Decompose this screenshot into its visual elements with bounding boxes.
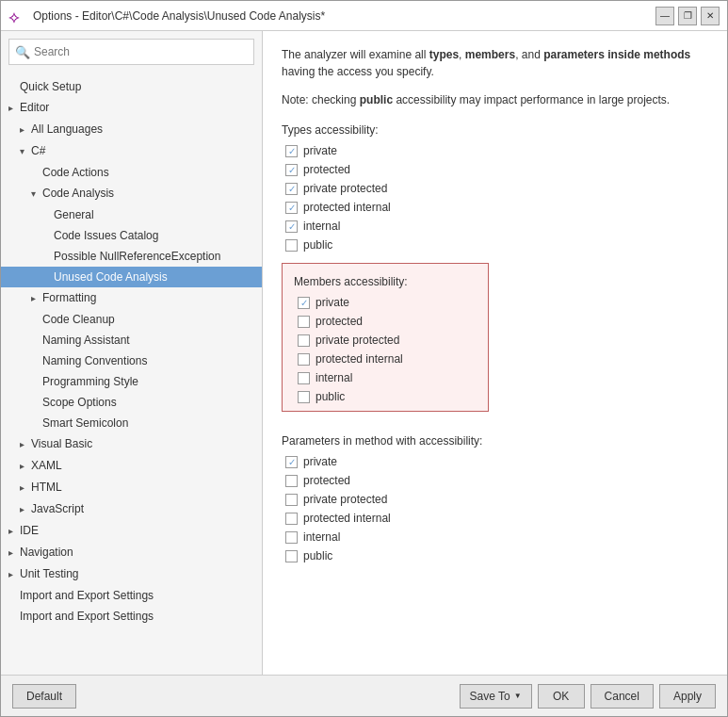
expand-arrow-icon: ▸: [8, 545, 18, 562]
expand-arrow-icon: ▸: [20, 501, 29, 518]
tree-item-html[interactable]: ▸HTML: [1, 477, 262, 498]
tree-item-editor[interactable]: ▸Editor: [1, 97, 262, 119]
checkbox-p-private[interactable]: [285, 456, 298, 468]
checkbox-row: internal: [282, 530, 708, 544]
tree-item-label: XAML: [31, 459, 62, 472]
expand-arrow-icon: ▸: [20, 436, 29, 453]
tree-item-smart-semicolon[interactable]: Smart Semicolon: [1, 413, 262, 433]
checkbox-m-public[interactable]: [298, 391, 310, 403]
checkbox-t-private-protected[interactable]: [285, 183, 298, 195]
tree-item-label: HTML: [31, 481, 62, 494]
tree-item-navigation[interactable]: ▸Navigation: [1, 542, 262, 563]
minimize-button[interactable]: —: [655, 7, 674, 25]
checkbox-p-public[interactable]: [285, 550, 298, 562]
description-text: The analyzer will examine all types, mem…: [282, 46, 708, 80]
checkbox-label: private: [303, 455, 337, 468]
default-button[interactable]: Default: [12, 684, 76, 709]
checkbox-m-internal[interactable]: [298, 372, 310, 384]
tree-item-unused-code-analysis[interactable]: Unused Code Analysis: [1, 267, 262, 287]
tree-item-label: Editor: [20, 101, 49, 114]
tree-item-label: Naming Conventions: [42, 354, 147, 367]
parameters-section: Parameters in method with accessibility:…: [282, 434, 708, 562]
checkbox-m-private-protected[interactable]: [298, 334, 310, 347]
tree-item-possible-null[interactable]: Possible NullReferenceException: [1, 246, 262, 267]
tree-item-code-analysis[interactable]: ▾Code Analysis: [1, 183, 262, 204]
checkbox-label: public: [303, 238, 332, 252]
tree: Quick Setup▸Editor▸All Languages▾C#Code …: [1, 73, 262, 675]
types-section: Types accessibility: privateprotectedpri…: [282, 123, 708, 252]
cancel-button[interactable]: Cancel: [590, 684, 654, 709]
members-checkboxes: privateprotectedprivate protectedprotect…: [294, 296, 477, 403]
search-box[interactable]: 🔍: [8, 39, 254, 65]
tree-item-import-export-1[interactable]: Import and Export Settings: [1, 585, 262, 606]
checkbox-row: protected: [282, 474, 708, 487]
checkbox-row: private protected: [282, 182, 708, 195]
tree-item-import-export-2[interactable]: Import and Export Settings: [1, 606, 262, 627]
expand-arrow-icon: ▾: [31, 186, 40, 203]
expand-arrow-icon: ▸: [20, 458, 29, 475]
close-button[interactable]: ✕: [701, 7, 720, 25]
checkbox-row: private protected: [294, 334, 477, 347]
checkbox-label: protected: [303, 474, 350, 487]
tree-item-label: Navigation: [20, 546, 73, 559]
bottom-right: Save To ▼ OK Cancel Apply: [460, 684, 716, 709]
checkbox-label: internal: [303, 530, 340, 544]
checkbox-row: private: [282, 144, 708, 157]
tree-item-visual-basic[interactable]: ▸Visual Basic: [1, 433, 262, 455]
checkbox-t-protected[interactable]: [285, 164, 298, 176]
expand-arrow-icon: ▸: [20, 122, 29, 139]
tree-item-all-languages[interactable]: ▸All Languages: [1, 119, 262, 140]
tree-item-naming-assistant[interactable]: Naming Assistant: [1, 330, 262, 350]
note-text: Note: checking public accessibility may …: [282, 91, 708, 108]
checkbox-row: private: [294, 296, 477, 309]
bottom-left: Default: [12, 684, 460, 709]
search-icon: 🔍: [15, 45, 30, 59]
tree-item-unit-testing[interactable]: ▸Unit Testing: [1, 563, 262, 585]
tree-item-code-actions[interactable]: Code Actions: [1, 162, 262, 183]
checkbox-label: public: [303, 549, 332, 562]
checkbox-label: private protected: [303, 182, 387, 195]
tree-item-label: Programming Style: [42, 375, 138, 388]
checkbox-p-protected[interactable]: [285, 475, 298, 487]
tree-item-code-cleanup[interactable]: Code Cleanup: [1, 309, 262, 330]
ok-button[interactable]: OK: [538, 684, 585, 709]
expand-arrow-icon: ▸: [8, 566, 18, 583]
restore-button[interactable]: ❐: [678, 7, 697, 25]
checkbox-t-internal[interactable]: [285, 220, 298, 233]
tree-item-ide[interactable]: ▸IDE: [1, 520, 262, 542]
dropdown-arrow-icon: ▼: [514, 692, 522, 700]
apply-button[interactable]: Apply: [659, 684, 716, 709]
checkbox-t-private[interactable]: [285, 145, 298, 157]
checkbox-t-public[interactable]: [285, 239, 298, 252]
tree-item-formatting[interactable]: ▸Formatting: [1, 287, 262, 309]
tree-item-code-issues-catalog[interactable]: Code Issues Catalog: [1, 225, 262, 246]
checkbox-label: protected internal: [315, 352, 403, 366]
checkbox-m-protected-internal[interactable]: [298, 353, 310, 366]
title-bar: ⟡ Options - Editor\C#\Code Analysis\Unus…: [1, 1, 727, 31]
tree-item-xaml[interactable]: ▸XAML: [1, 455, 262, 477]
tree-item-label: C#: [31, 144, 45, 157]
save-to-button[interactable]: Save To ▼: [460, 684, 532, 709]
tree-item-label: Code Analysis: [42, 187, 114, 200]
checkbox-label: private: [315, 296, 349, 309]
tree-item-scope-options[interactable]: Scope Options: [1, 392, 262, 413]
expand-arrow-icon: ▸: [8, 523, 18, 540]
tree-item-general[interactable]: General: [1, 204, 262, 225]
checkbox-m-private[interactable]: [298, 297, 310, 309]
checkbox-label: private: [303, 144, 337, 157]
checkbox-t-protected-internal[interactable]: [285, 202, 298, 214]
tree-item-quick-setup[interactable]: Quick Setup: [1, 76, 262, 97]
tree-item-javascript[interactable]: ▸JavaScript: [1, 498, 262, 520]
tree-item-label: Import and Export Settings: [20, 589, 154, 602]
tree-item-csharp[interactable]: ▾C#: [1, 140, 262, 162]
checkbox-p-protected-internal[interactable]: [285, 513, 298, 525]
checkbox-m-protected[interactable]: [298, 316, 310, 328]
tree-item-naming-conventions[interactable]: Naming Conventions: [1, 350, 262, 371]
tree-item-programming-style[interactable]: Programming Style: [1, 371, 262, 392]
search-input[interactable]: [34, 45, 248, 58]
expand-arrow-icon: ▸: [20, 480, 29, 497]
checkbox-p-internal[interactable]: [285, 531, 298, 544]
tree-item-label: All Languages: [31, 122, 103, 136]
checkbox-label: internal: [315, 371, 352, 384]
checkbox-p-private-protected[interactable]: [285, 494, 298, 506]
